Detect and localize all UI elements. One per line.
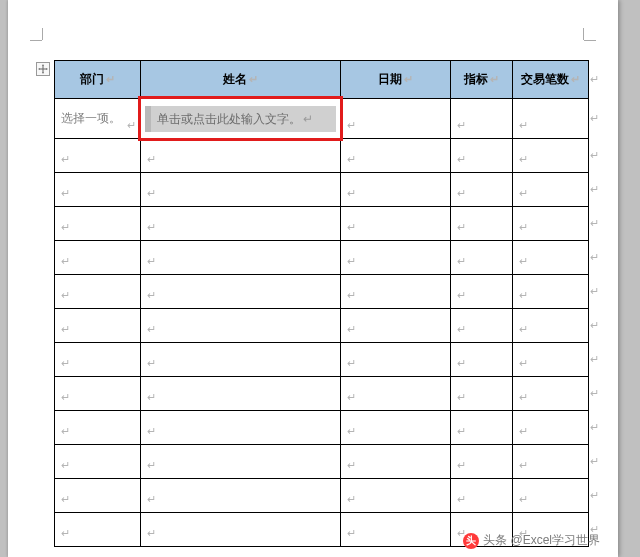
- table-cell[interactable]: ↵: [513, 99, 589, 139]
- table-cell[interactable]: ↵: [451, 479, 513, 513]
- header-count[interactable]: 交易笔数↵: [513, 61, 589, 99]
- paragraph-mark-icon: ↵: [490, 73, 499, 86]
- table-cell[interactable]: ↵: [141, 513, 341, 547]
- table-cell[interactable]: ↵: [341, 241, 451, 275]
- table-cell[interactable]: ↵: [141, 377, 341, 411]
- table-cell[interactable]: ↵: [55, 343, 141, 377]
- table-move-handle-icon[interactable]: [36, 62, 50, 76]
- paragraph-mark-icon: ↵: [347, 119, 356, 132]
- table-cell[interactable]: ↵: [451, 275, 513, 309]
- table-cell[interactable]: ↵: [55, 309, 141, 343]
- paragraph-mark-icon: ↵: [457, 459, 466, 472]
- paragraph-mark-icon: ↵: [147, 425, 156, 438]
- table-row: ↵↵↵↵↵: [55, 173, 589, 207]
- table-cell[interactable]: ↵: [341, 343, 451, 377]
- table-cell[interactable]: ↵: [513, 479, 589, 513]
- table-cell[interactable]: ↵: [341, 411, 451, 445]
- paragraph-mark-icon: ↵: [519, 425, 528, 438]
- table-cell[interactable]: ↵: [141, 139, 341, 173]
- header-dept[interactable]: 部门↵: [55, 61, 141, 99]
- table-cell[interactable]: ↵: [451, 309, 513, 343]
- table-cell[interactable]: ↵: [141, 309, 341, 343]
- table-cell[interactable]: ↵: [451, 411, 513, 445]
- toutiao-logo-icon: 头: [463, 533, 479, 549]
- content-control[interactable]: 单击或点击此处输入文字。↵: [145, 106, 336, 132]
- paragraph-mark-icon: ↵: [61, 493, 70, 506]
- table-cell[interactable]: ↵: [55, 445, 141, 479]
- header-date[interactable]: 日期↵: [341, 61, 451, 99]
- table-row: ↵↵↵↵↵: [55, 241, 589, 275]
- table-cell[interactable]: ↵: [55, 275, 141, 309]
- word-table[interactable]: 部门↵ 姓名↵ 日期↵ 指标↵ 交易笔数↵ 选择一项。↵单击或点击此处输入文字。…: [54, 60, 588, 547]
- table-cell[interactable]: ↵: [55, 411, 141, 445]
- paragraph-mark-icon: ↵: [519, 493, 528, 506]
- table-cell[interactable]: ↵: [141, 411, 341, 445]
- table-cell[interactable]: ↵: [55, 207, 141, 241]
- paragraph-mark-icon: ↵: [347, 255, 356, 268]
- row-end-mark-icon: ↵: [590, 342, 602, 376]
- table-cell[interactable]: ↵: [451, 99, 513, 139]
- table-cell[interactable]: ↵: [513, 173, 589, 207]
- table-cell[interactable]: ↵: [341, 513, 451, 547]
- table-cell[interactable]: ↵: [341, 309, 451, 343]
- table-cell[interactable]: ↵: [451, 445, 513, 479]
- dept-dropdown-cell[interactable]: 选择一项。↵: [55, 99, 141, 139]
- table-cell[interactable]: ↵: [341, 173, 451, 207]
- table-cell[interactable]: ↵: [341, 139, 451, 173]
- table-cell[interactable]: ↵: [141, 445, 341, 479]
- watermark-text: 头条 @Excel学习世界: [483, 532, 600, 549]
- table-cell[interactable]: ↵: [55, 479, 141, 513]
- table-cell[interactable]: ↵: [141, 343, 341, 377]
- table-cell[interactable]: ↵: [341, 445, 451, 479]
- paragraph-mark-icon: ↵: [457, 493, 466, 506]
- row-end-mark-icon: ↵: [590, 410, 602, 444]
- table-cell[interactable]: ↵: [55, 241, 141, 275]
- row-end-mark-icon: ↵: [590, 138, 602, 172]
- table-cell[interactable]: ↵: [341, 275, 451, 309]
- table-cell[interactable]: ↵: [513, 343, 589, 377]
- table-cell[interactable]: ↵: [341, 99, 451, 139]
- table-cell[interactable]: ↵: [513, 241, 589, 275]
- watermark: 头 头条 @Excel学习世界: [463, 532, 600, 549]
- table-cell[interactable]: ↵: [513, 411, 589, 445]
- paragraph-mark-icon: ↵: [457, 119, 466, 132]
- table-cell[interactable]: ↵: [451, 139, 513, 173]
- header-name[interactable]: 姓名↵: [141, 61, 341, 99]
- row-end-marks: ↵↵↵↵↵↵↵↵↵↵↵↵↵↵: [590, 60, 602, 546]
- table-cell[interactable]: ↵: [55, 513, 141, 547]
- paragraph-mark-icon: ↵: [147, 493, 156, 506]
- paragraph-mark-icon: ↵: [457, 255, 466, 268]
- table-cell[interactable]: ↵: [55, 139, 141, 173]
- row-end-mark-icon: ↵: [590, 308, 602, 342]
- table-cell[interactable]: ↵: [451, 173, 513, 207]
- paragraph-mark-icon: ↵: [147, 391, 156, 404]
- table-cell[interactable]: ↵: [513, 207, 589, 241]
- table-cell[interactable]: ↵: [513, 309, 589, 343]
- table-cell[interactable]: ↵: [341, 207, 451, 241]
- table-cell[interactable]: ↵: [451, 207, 513, 241]
- paragraph-mark-icon: ↵: [147, 187, 156, 200]
- paragraph-mark-icon: ↵: [519, 459, 528, 472]
- table-cell[interactable]: ↵: [141, 479, 341, 513]
- table-cell[interactable]: ↵: [141, 207, 341, 241]
- paragraph-mark-icon: ↵: [347, 187, 356, 200]
- table-cell[interactable]: ↵: [513, 445, 589, 479]
- table-cell[interactable]: ↵: [513, 377, 589, 411]
- table-cell[interactable]: ↵: [141, 241, 341, 275]
- table-cell[interactable]: ↵: [513, 139, 589, 173]
- table-cell[interactable]: ↵: [341, 479, 451, 513]
- table-cell[interactable]: ↵: [451, 241, 513, 275]
- paragraph-mark-icon: ↵: [147, 527, 156, 540]
- table-cell[interactable]: ↵: [451, 377, 513, 411]
- paragraph-mark-icon: ↵: [457, 187, 466, 200]
- table-cell[interactable]: ↵: [451, 343, 513, 377]
- name-content-control-cell[interactable]: 单击或点击此处输入文字。↵: [141, 99, 341, 139]
- paragraph-mark-icon: ↵: [571, 73, 580, 86]
- table-cell[interactable]: ↵: [55, 377, 141, 411]
- header-index[interactable]: 指标↵: [451, 61, 513, 99]
- table-cell[interactable]: ↵: [513, 275, 589, 309]
- table-cell[interactable]: ↵: [341, 377, 451, 411]
- table-cell[interactable]: ↵: [141, 173, 341, 207]
- table-cell[interactable]: ↵: [55, 173, 141, 207]
- table-cell[interactable]: ↵: [141, 275, 341, 309]
